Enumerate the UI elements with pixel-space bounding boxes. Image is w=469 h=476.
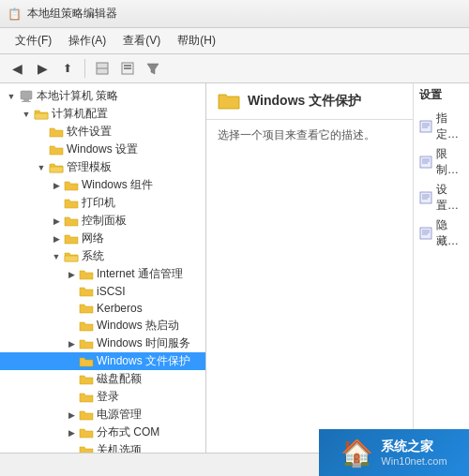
right-panel-description: 选择一个项目来查看它的描述。 <box>206 120 413 151</box>
tree-item-comp[interactable]: ▼ 计算机配置 <box>0 105 205 123</box>
tree-item-inet[interactable]: ▶ Internet 通信管理 <box>0 265 205 283</box>
tree-item-shutdownopt-label: 关机选项 <box>97 442 142 453</box>
right-panel-title: Windows 文件保护 <box>248 93 361 110</box>
expand-icon-wincomp: ▶ <box>49 178 64 193</box>
tree-panel: ▼ 本地计算机 策略 ▼ 计算机配置 ▶ <box>0 83 206 453</box>
settings-item-0-icon <box>419 120 432 133</box>
folder-icon-soft <box>49 126 64 139</box>
tree-item-powermgmt[interactable]: ▶ 电源管理 <box>0 406 205 424</box>
tree-item-login[interactable]: ▶ 登录 <box>0 388 205 406</box>
right-panel: Windows 文件保护 选择一个项目来查看它的描述。 设置 指定… <box>206 83 469 453</box>
settings-item-2-icon <box>419 191 432 204</box>
tree-item-distcom[interactable]: ▶ 分布式 COM <box>0 424 205 441</box>
forward-button[interactable]: ▶ <box>31 57 53 80</box>
tree-item-iscsi[interactable]: ▶ iSCSI <box>0 283 205 300</box>
tree-item-root[interactable]: ▼ 本地计算机 策略 <box>0 87 205 105</box>
tree-item-login-label: 登录 <box>97 389 119 405</box>
right-main: Windows 文件保护 选择一个项目来查看它的描述。 <box>206 83 413 453</box>
tree: ▼ 本地计算机 策略 ▼ 计算机配置 ▶ <box>0 83 205 453</box>
tree-item-network[interactable]: ▶ 网络 <box>0 230 205 247</box>
settings-item-2-label: 设置… <box>436 182 463 214</box>
expand-icon-distcom: ▶ <box>64 425 79 440</box>
tree-item-printer-label: 打印机 <box>82 195 115 211</box>
settings-item-1-label: 限制… <box>436 146 463 178</box>
menu-file[interactable]: 文件(F) <box>8 31 59 51</box>
tree-item-comp-label: 计算机配置 <box>52 106 108 122</box>
settings-item-3[interactable]: 隐藏… <box>419 216 463 251</box>
settings-item-0[interactable]: 指定… <box>419 109 463 144</box>
tree-item-ctrlpanel[interactable]: ▶ 控制面板 <box>0 212 205 230</box>
folder-icon-login <box>79 391 94 404</box>
menu-help[interactable]: 帮助(H) <box>170 31 223 51</box>
folder-icon-winsett <box>49 143 64 156</box>
tree-item-root-label: 本地计算机 策略 <box>37 88 118 104</box>
computer-icon <box>19 90 34 103</box>
up-button[interactable]: ⬆ <box>56 57 79 80</box>
tree-item-winsett[interactable]: ▶ Windows 设置 <box>0 141 205 158</box>
toolbar-sep1 <box>84 59 85 78</box>
tree-item-admin[interactable]: ▼ 管理模板 <box>0 158 205 176</box>
svg-rect-9 <box>420 121 431 132</box>
tree-item-winfileprot-label: Windows 文件保护 <box>97 353 190 369</box>
watermark: 🏠 系统之家 Win10net.com <box>319 429 469 476</box>
watermark-logo-icon: 🏠 <box>340 438 373 469</box>
tree-item-wincomp[interactable]: ▶ Windows 组件 <box>0 176 205 194</box>
expand-icon-ctrlpanel: ▶ <box>49 214 64 229</box>
folder-icon-iscsi <box>79 285 94 298</box>
expand-icon-inet: ▶ <box>64 267 79 282</box>
folder-open-icon-comp <box>34 108 49 121</box>
tree-item-soft[interactable]: ▶ 软件设置 <box>0 123 205 141</box>
folder-icon-ctrlpanel <box>64 215 79 228</box>
tree-item-shutdownopt[interactable]: ▶ 关机选项 <box>0 441 205 453</box>
expand-icon-network: ▶ <box>49 231 64 246</box>
folder-icon-shutdownopt <box>79 444 94 454</box>
folder-icon-distcom <box>79 426 94 439</box>
folder-icon-powermgmt <box>79 409 94 422</box>
settings-item-2[interactable]: 设置… <box>419 180 463 216</box>
watermark-line1: 系统之家 <box>381 439 446 455</box>
tree-item-kerberos[interactable]: ▶ Kerberos <box>0 300 205 317</box>
tree-item-hotstart[interactable]: ▶ Windows 热启动 <box>0 317 205 335</box>
tree-item-powermgmt-label: 电源管理 <box>97 407 142 423</box>
svg-rect-4 <box>124 67 131 69</box>
tree-item-wintimeservice-label: Windows 时间服务 <box>97 335 190 351</box>
watermark-line2: Win10net.com <box>381 455 446 467</box>
action-button2[interactable] <box>116 57 139 80</box>
menu-action[interactable]: 操作(A) <box>61 31 113 51</box>
tree-item-admin-label: 管理模板 <box>67 159 112 175</box>
right-content-columns: Windows 文件保护 选择一个项目来查看它的描述。 设置 指定… <box>206 83 469 453</box>
action-button1[interactable] <box>91 57 113 80</box>
svg-rect-21 <box>420 228 431 239</box>
tree-item-inet-label: Internet 通信管理 <box>97 266 183 282</box>
tree-item-hotstart-label: Windows 热启动 <box>97 318 179 334</box>
tree-item-kerberos-label: Kerberos <box>97 302 143 315</box>
svg-rect-6 <box>21 91 32 99</box>
right-panel-header: Windows 文件保护 <box>206 83 413 120</box>
bottom-bar: 扩展 标准 🏠 系统之家 Win10net.com <box>0 453 469 476</box>
tree-item-ctrlpanel-label: 控制面板 <box>82 213 127 229</box>
expand-icon-system: ▼ <box>49 249 64 264</box>
svg-rect-8 <box>22 101 31 102</box>
expand-icon-root: ▼ <box>4 89 19 104</box>
settings-item-1[interactable]: 限制… <box>419 144 463 180</box>
tree-item-winsett-label: Windows 设置 <box>67 141 138 157</box>
menu-view[interactable]: 查看(V) <box>115 31 168 51</box>
tree-item-iscsi-label: iSCSI <box>97 285 126 298</box>
back-button[interactable]: ◀ <box>6 57 28 80</box>
tree-item-diskquota[interactable]: ▶ 磁盘配额 <box>0 370 205 388</box>
filter-button[interactable] <box>142 57 164 80</box>
tree-item-system[interactable]: ▼ 系统 <box>0 247 205 265</box>
tree-item-diskquota-label: 磁盘配额 <box>97 371 142 387</box>
svg-rect-17 <box>420 192 431 203</box>
tree-item-wintimeservice[interactable]: ▶ Windows 时间服务 <box>0 335 205 352</box>
svg-marker-5 <box>147 64 159 74</box>
tree-item-system-label: 系统 <box>82 248 104 264</box>
settings-item-3-label: 隐藏… <box>436 217 463 249</box>
menu-bar: 文件(F) 操作(A) 查看(V) 帮助(H) <box>0 28 469 54</box>
folder-icon-hotstart <box>79 320 94 333</box>
tree-item-winfileprot[interactable]: ▶ Windows 文件保护 <box>0 352 205 370</box>
expand-icon-comp: ▼ <box>19 107 34 122</box>
folder-icon-wintimeservice <box>79 337 94 350</box>
expand-icon-powermgmt: ▶ <box>64 408 79 423</box>
tree-item-printer[interactable]: ▶ 打印机 <box>0 194 205 212</box>
